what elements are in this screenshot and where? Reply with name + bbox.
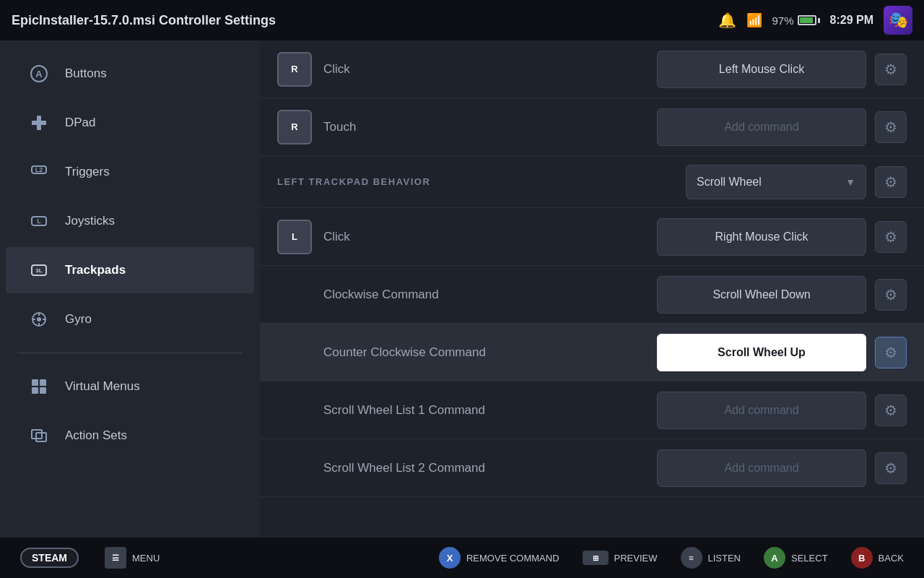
sidebar-item-trackpads-label: Trackpads (65, 263, 126, 277)
preview-label: PREVIEW (614, 553, 658, 564)
svg-rect-18 (32, 387, 38, 394)
section-header-label: LEFT TRACKPAD BEHAVIOR (277, 176, 686, 187)
select-label: SELECT (791, 553, 828, 564)
menu-button[interactable]: ☰ MENU (96, 543, 168, 573)
row-touch: R Touch Add command ⚙ (260, 98, 924, 156)
joysticks-icon: L (26, 208, 52, 234)
row-clockwise-button[interactable]: Scroll Wheel Down (657, 276, 866, 314)
row-counter-clockwise: Counter Clockwise Command Scroll Wheel U… (260, 324, 924, 381)
action-sets-icon (26, 423, 52, 449)
listen-button[interactable]: ≡ LISTEN (672, 543, 750, 573)
battery-icon (798, 15, 820, 25)
behavior-dropdown[interactable]: Scroll Wheel ▼ (686, 165, 866, 199)
virtual-menus-icon (26, 374, 52, 400)
svg-text:3L: 3L (35, 267, 42, 274)
listen-label: LISTEN (708, 553, 741, 564)
row-click-top-button[interactable]: Left Mouse Click (657, 51, 866, 88)
row-counter-clockwise-gear[interactable]: ⚙ (875, 337, 907, 368)
row-click-l-button[interactable]: Right Mouse Click (657, 218, 866, 256)
svg-rect-17 (40, 379, 46, 386)
section-header: LEFT TRACKPAD BEHAVIOR Scroll Wheel ▼ ⚙ (260, 156, 924, 208)
select-button[interactable]: A SELECT (755, 543, 837, 573)
row-scroll-list-1-button[interactable]: Add command (657, 392, 866, 429)
b-icon: B (851, 547, 873, 569)
battery-fill (800, 17, 813, 23)
row-counter-clockwise-button[interactable]: Scroll Wheel Up (657, 334, 866, 371)
remove-command-label: REMOVE COMMAND (466, 553, 559, 564)
sidebar-item-virtual-menus[interactable]: Virtual Menus (6, 363, 254, 410)
sidebar-item-dpad-label: DPad (65, 116, 96, 130)
battery-pct: 97% (772, 14, 794, 27)
gyro-icon (26, 306, 52, 332)
sidebar-item-trackpads[interactable]: 3L Trackpads (6, 247, 254, 293)
row-scroll-list-2: Scroll Wheel List 2 Command Add command … (260, 439, 924, 497)
svg-text:L: L (37, 217, 41, 225)
topbar: EpicInstaller-15.7.0.msi Controller Sett… (0, 0, 924, 40)
triggers-icon: L2 (26, 159, 52, 185)
row-touch-label: Touch (323, 120, 657, 134)
sidebar-item-joysticks[interactable]: L Joysticks (6, 198, 254, 244)
row-clockwise: Clockwise Command Scroll Wheel Down ⚙ (260, 266, 924, 324)
row-click-top-icon: R (277, 52, 312, 87)
sidebar: A Buttons DPad L2 Triggers (0, 40, 260, 538)
row-click-l: L Click Right Mouse Click ⚙ (260, 208, 924, 266)
avatar[interactable]: 🎭 (884, 6, 912, 35)
row-scroll-list-2-label: Scroll Wheel List 2 Command (277, 461, 657, 475)
row-clockwise-label: Clockwise Command (277, 288, 657, 302)
svg-point-11 (37, 317, 41, 322)
sidebar-item-triggers[interactable]: L2 Triggers (6, 149, 254, 195)
svg-rect-19 (40, 387, 46, 394)
row-click-top-gear[interactable]: ⚙ (875, 53, 907, 85)
remove-command-button[interactable]: X REMOVE COMMAND (430, 543, 568, 573)
row-scroll-list-1: Scroll Wheel List 1 Command Add command … (260, 381, 924, 439)
row-scroll-list-1-gear[interactable]: ⚙ (875, 394, 907, 426)
svg-rect-3 (32, 121, 46, 125)
row-scroll-list-2-button[interactable]: Add command (657, 449, 866, 487)
section-gear[interactable]: ⚙ (875, 166, 907, 198)
sidebar-item-buttons-label: Buttons (65, 66, 107, 81)
battery-body (798, 15, 816, 25)
sidebar-item-buttons[interactable]: A Buttons (6, 51, 254, 97)
steam-label[interactable]: STEAM (20, 548, 79, 568)
row-click-l-gear[interactable]: ⚙ (875, 221, 907, 253)
sidebar-divider (17, 353, 243, 353)
row-touch-button[interactable]: Add command (657, 108, 866, 146)
topbar-title: EpicInstaller-15.7.0.msi Controller Sett… (12, 13, 718, 28)
dpad-icon (26, 110, 52, 136)
battery-display: 97% (772, 14, 820, 27)
svg-rect-16 (32, 379, 38, 386)
row-click-l-label: Click (323, 230, 657, 244)
row-click-top-label: Click (323, 62, 657, 77)
trackpads-icon: 3L (26, 257, 52, 283)
bottombar: STEAM ☰ MENU X REMOVE COMMAND ⊞ PREVIEW … (0, 538, 924, 578)
sidebar-item-virtual-menus-label: Virtual Menus (65, 379, 140, 394)
battery-tip (818, 18, 820, 23)
steam-button[interactable]: STEAM (12, 543, 90, 572)
sidebar-item-dpad[interactable]: DPad (6, 100, 254, 146)
sidebar-item-action-sets[interactable]: Action Sets (6, 413, 254, 459)
menu-icon: ☰ (105, 547, 126, 569)
sidebar-item-gyro[interactable]: Gyro (6, 296, 254, 342)
preview-icon: ⊞ (583, 551, 609, 565)
row-touch-gear[interactable]: ⚙ (875, 111, 907, 143)
notification-icon[interactable]: 🔔 (718, 12, 736, 29)
row-counter-clockwise-label: Counter Clockwise Command (277, 345, 657, 360)
back-button[interactable]: B BACK (842, 543, 912, 573)
topbar-right: 🔔 📶 97% 8:29 PM 🎭 (718, 6, 913, 35)
sidebar-item-joysticks-label: Joysticks (65, 214, 115, 228)
back-label: BACK (879, 553, 904, 564)
svg-text:L2: L2 (35, 166, 43, 173)
svg-text:A: A (35, 69, 43, 79)
sidebar-item-gyro-label: Gyro (65, 312, 92, 327)
row-scroll-list-1-label: Scroll Wheel List 1 Command (277, 403, 657, 418)
row-scroll-list-2-gear[interactable]: ⚙ (875, 452, 907, 484)
menu-label: MENU (132, 553, 160, 564)
content-area: R Click Left Mouse Click ⚙ R Touch Add c… (260, 40, 924, 538)
sidebar-item-action-sets-label: Action Sets (65, 428, 127, 443)
dropdown-value: Scroll Wheel (697, 176, 762, 189)
buttons-icon: A (26, 61, 52, 87)
dropdown-arrow-icon: ▼ (845, 176, 855, 188)
row-clockwise-gear[interactable]: ⚙ (875, 279, 907, 311)
preview-button[interactable]: ⊞ PREVIEW (574, 546, 666, 569)
main-layout: A Buttons DPad L2 Triggers (0, 40, 924, 538)
